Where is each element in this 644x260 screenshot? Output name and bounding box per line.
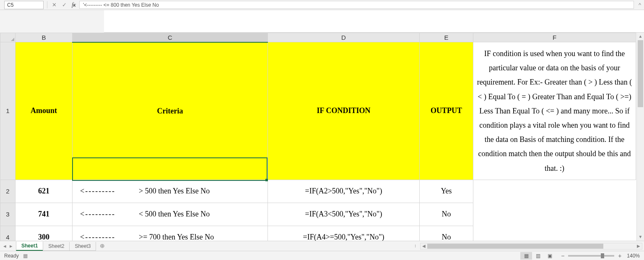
sheet-tabs: Sheet1Sheet2Sheet3 bbox=[16, 241, 96, 251]
column-header-e[interactable]: E bbox=[420, 33, 473, 42]
cell-d3[interactable]: =IF(A3<500,"Yes","No") bbox=[268, 203, 420, 226]
cell-b1[interactable]: Amount bbox=[16, 42, 73, 180]
cell-d2[interactable]: =IF(A2>500,"Yes","No") bbox=[268, 180, 420, 203]
status-bar: Ready ▦ ▦ ▥ ▣ − + 140% bbox=[0, 251, 644, 260]
row-header-1[interactable]: 1 bbox=[0, 42, 16, 180]
column-header-d[interactable]: D bbox=[268, 33, 420, 42]
status-ready: Ready bbox=[4, 253, 19, 259]
cell-b2[interactable]: 621 bbox=[16, 180, 73, 203]
formula-bar: ▾ ✕ ✓ fx '<--------- <= 800 then Yes Els… bbox=[0, 0, 644, 10]
tab-prev-icon[interactable]: ◂ bbox=[3, 243, 6, 249]
insert-function-button[interactable]: fx bbox=[69, 0, 78, 10]
formula-cancel-button[interactable]: ✕ bbox=[49, 0, 59, 10]
zoom-track[interactable] bbox=[568, 255, 614, 257]
zoom-value[interactable]: 140% bbox=[627, 253, 640, 259]
cell-c3[interactable]: <---------< 500 then Yes Else No bbox=[73, 203, 268, 226]
scroll-right-icon[interactable]: ▶ bbox=[635, 243, 642, 249]
view-page-break-button[interactable]: ▣ bbox=[544, 252, 556, 260]
cell-c2[interactable]: <---------> 500 then Yes Else No bbox=[73, 180, 268, 203]
separator bbox=[47, 1, 47, 8]
cell-f-explanation[interactable]: IF condition is used when you want to fi… bbox=[473, 42, 636, 180]
zoom-thumb[interactable] bbox=[601, 253, 604, 258]
horizontal-scrollbar[interactable]: ◀ ▶ bbox=[420, 243, 642, 250]
cell-e1[interactable]: OUTPUT bbox=[420, 42, 473, 180]
sheet-tabs-bar: ◂ ▸ Sheet1Sheet2Sheet3 ⊕ ⁞ ◀ ▶ bbox=[0, 241, 644, 251]
column-header-c[interactable]: C bbox=[73, 33, 268, 42]
zoom-in-button[interactable]: + bbox=[617, 252, 623, 259]
select-all-corner[interactable] bbox=[0, 33, 16, 42]
zoom-out-button[interactable]: − bbox=[560, 252, 566, 259]
vertical-scrollbar[interactable]: ▲ ▼ bbox=[636, 33, 644, 241]
column-header-b[interactable]: B bbox=[16, 33, 73, 42]
horizontal-scroll-thumb[interactable] bbox=[427, 244, 603, 249]
scroll-left-icon[interactable]: ◀ bbox=[421, 243, 427, 249]
column-header-f[interactable]: F bbox=[473, 33, 636, 42]
cell-e2[interactable]: Yes bbox=[420, 180, 473, 203]
formula-collapse-icon[interactable]: ^ bbox=[636, 0, 644, 10]
macro-record-icon[interactable]: ▦ bbox=[23, 253, 28, 259]
formula-enter-button[interactable]: ✓ bbox=[59, 0, 69, 10]
hscroll-split-icon[interactable]: ⁞ bbox=[398, 244, 420, 248]
cell-e3[interactable]: No bbox=[420, 203, 473, 226]
worksheet-grid[interactable]: B C D E F 1 Amount Criteria IF CONDITION… bbox=[0, 33, 644, 260]
row-header-2[interactable]: 2 bbox=[0, 180, 16, 203]
view-normal-button[interactable]: ▦ bbox=[520, 252, 532, 260]
add-sheet-button[interactable]: ⊕ bbox=[96, 241, 109, 251]
formula-bar-expanded-area bbox=[104, 10, 644, 33]
formula-text: '<--------- <= 800 then Yes Else No bbox=[83, 2, 159, 8]
formula-input[interactable]: '<--------- <= 800 then Yes Else No bbox=[79, 1, 634, 9]
cell-d1[interactable]: IF CONDITION bbox=[268, 42, 420, 180]
tab-next-icon[interactable]: ▸ bbox=[10, 243, 13, 249]
sheet-tab-sheet3[interactable]: Sheet3 bbox=[69, 242, 96, 251]
zoom-slider[interactable]: − + bbox=[560, 252, 623, 259]
name-box-container[interactable]: ▾ bbox=[4, 1, 44, 9]
sheet-tab-sheet1[interactable]: Sheet1 bbox=[16, 242, 43, 251]
cell-c1[interactable]: Criteria bbox=[73, 42, 268, 180]
sheet-tab-sheet2[interactable]: Sheet2 bbox=[43, 242, 70, 251]
scroll-up-icon[interactable]: ▲ bbox=[637, 33, 644, 40]
row-header-3[interactable]: 3 bbox=[0, 203, 16, 226]
view-page-layout-button[interactable]: ▥ bbox=[532, 252, 544, 260]
tab-nav: ◂ ▸ bbox=[0, 241, 16, 251]
scroll-down-icon[interactable]: ▼ bbox=[637, 233, 644, 241]
cell-b3[interactable]: 741 bbox=[16, 203, 73, 226]
vertical-scroll-thumb[interactable] bbox=[638, 40, 643, 107]
